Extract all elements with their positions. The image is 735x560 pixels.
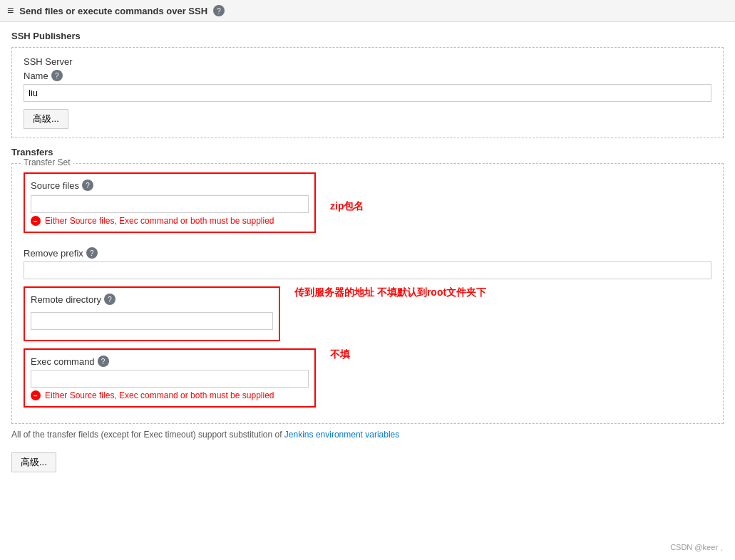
ssh-server-box: SSH Server Name ? 高级... xyxy=(11,47,724,138)
source-files-error-text: Either Source files, Exec command or bot… xyxy=(45,216,274,226)
annotation-source: zip包名 xyxy=(330,200,364,213)
ssh-server-label: SSH Server xyxy=(24,56,73,67)
annotation-exec: 不填 xyxy=(330,348,350,361)
remote-dir-label: Remote directory xyxy=(31,294,101,305)
page-title: Send files or execute commands over SSH xyxy=(19,6,207,16)
advanced-button-transfers[interactable]: 高级... xyxy=(11,452,56,472)
main-content: SSH Publishers SSH Server Name ? 高级... T… xyxy=(0,22,735,481)
name-input[interactable] xyxy=(24,84,711,102)
annotation-remote: 传到服务器的地址 不填默认到root文件夹下 xyxy=(294,286,486,299)
exec-command-help-icon[interactable]: ? xyxy=(98,356,109,367)
exec-command-row: Exec command ? − Either Source files, Ex… xyxy=(24,348,711,408)
remove-prefix-help-icon[interactable]: ? xyxy=(86,247,98,259)
source-files-help-icon[interactable]: ? xyxy=(82,180,93,191)
top-bar: ≡ Send files or execute commands over SS… xyxy=(0,0,735,22)
source-files-input[interactable] xyxy=(31,195,309,213)
advanced-button-server[interactable]: 高级... xyxy=(24,109,68,129)
transfer-set-box: Transfer Set Source files ? − Either Sou… xyxy=(11,163,724,424)
jenkins-env-vars-link[interactable]: Jenkins environment variables xyxy=(284,430,399,440)
exec-command-input[interactable] xyxy=(31,370,309,388)
source-files-label-row: Source files ? xyxy=(31,180,309,191)
name-label: Name xyxy=(24,71,48,81)
footer-note: All of the transfer fields (except for E… xyxy=(11,430,724,440)
remove-prefix-input[interactable] xyxy=(24,261,711,279)
ssh-publishers-label: SSH Publishers xyxy=(11,31,724,41)
exec-command-error: − Either Source files, Exec command or b… xyxy=(31,390,309,400)
source-files-error-icon: − xyxy=(31,216,41,226)
transfers-section: Transfers Transfer Set Source files ? − … xyxy=(11,147,724,472)
footer-note-before: All of the transfer fields (except for E… xyxy=(11,430,284,440)
ssh-server-label-row: SSH Server xyxy=(24,56,711,67)
remove-prefix-row: Remove prefix ? xyxy=(24,247,711,279)
source-files-error: − Either Source files, Exec command or b… xyxy=(31,216,309,226)
name-field-label-row: Name ? xyxy=(24,70,711,81)
hamburger-icon[interactable]: ≡ xyxy=(7,4,14,17)
remote-dir-help-icon[interactable]: ? xyxy=(104,294,115,305)
name-help-icon[interactable]: ? xyxy=(51,70,63,81)
exec-command-label: Exec command xyxy=(31,356,95,367)
exec-command-label-row: Exec command ? xyxy=(31,356,309,367)
source-files-error-box: Source files ? − Either Source files, Ex… xyxy=(24,172,316,233)
remove-prefix-label: Remove prefix xyxy=(24,248,83,259)
exec-command-error-text: Either Source files, Exec command or bot… xyxy=(45,390,274,400)
source-files-label: Source files xyxy=(31,180,79,191)
remote-dir-input[interactable] xyxy=(31,312,273,330)
remove-prefix-label-row: Remove prefix ? xyxy=(24,247,711,259)
remote-dir-label-row: Remote directory ? xyxy=(31,294,273,305)
transfer-set-legend: Transfer Set xyxy=(21,157,73,167)
page-help-icon[interactable]: ? xyxy=(213,5,225,16)
source-files-row: Source files ? − Either Source files, Ex… xyxy=(24,172,711,240)
remote-directory-row: Remote directory ? 传到服务器的地址 不填默认到root文件夹… xyxy=(24,286,711,341)
exec-command-box: Exec command ? − Either Source files, Ex… xyxy=(24,348,316,408)
exec-command-error-icon: − xyxy=(31,390,41,400)
remote-directory-box: Remote directory ? xyxy=(24,286,280,341)
transfers-label: Transfers xyxy=(11,147,724,157)
